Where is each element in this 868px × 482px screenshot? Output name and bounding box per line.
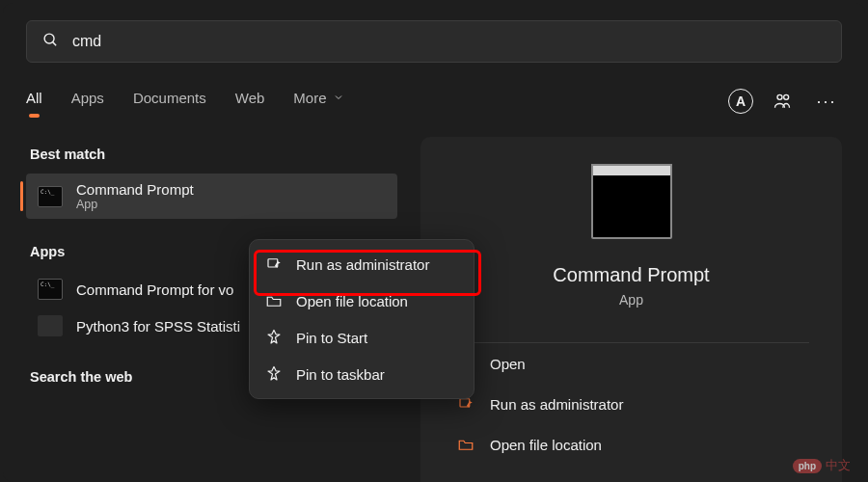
watermark: php中文 [793, 457, 851, 474]
preview-action-open[interactable]: Open [453, 343, 809, 384]
tab-more-label: More [293, 90, 326, 106]
search-bar[interactable]: cmd [26, 20, 842, 63]
watermark-pill: php [793, 459, 822, 473]
search-query-text: cmd [72, 33, 101, 50]
result-command-prompt[interactable]: Command Prompt App [26, 174, 397, 219]
preview-title: Command Prompt [553, 264, 709, 286]
watermark-text: 中文 [826, 458, 851, 472]
result-name: Python3 for SPSS Statisti [76, 318, 240, 335]
cmd-icon [38, 279, 63, 300]
preview-action-run-admin[interactable]: Run as administrator [453, 384, 809, 424]
tab-documents[interactable]: Documents [133, 90, 206, 116]
app-icon [38, 315, 63, 336]
tab-more[interactable]: More [293, 90, 343, 116]
context-run-as-admin[interactable]: Run as administrator [256, 246, 468, 282]
tab-web[interactable]: Web [235, 90, 265, 116]
context-item-label: Pin to taskbar [296, 366, 385, 383]
preview-action-label: Open [490, 356, 526, 372]
preview-action-label: Open file location [490, 437, 602, 453]
svg-line-1 [53, 41, 57, 45]
context-open-file-location[interactable]: Open file location [256, 282, 468, 319]
tab-apps[interactable]: Apps [71, 90, 104, 116]
account-button[interactable]: A [728, 89, 753, 114]
result-subtitle: App [76, 198, 194, 211]
preview-panel: Command Prompt App Open Run as administr… [420, 137, 842, 482]
org-search-button[interactable] [767, 86, 798, 117]
shield-icon [265, 255, 283, 273]
pin-icon [265, 365, 283, 383]
preview-subtitle: App [619, 292, 643, 308]
tab-all[interactable]: All [26, 90, 42, 116]
context-pin-to-taskbar[interactable]: Pin to taskbar [256, 356, 468, 392]
search-icon [42, 32, 59, 52]
context-item-label: Pin to Start [296, 330, 367, 346]
context-menu: Run as administrator Open file location … [249, 239, 475, 399]
context-pin-to-start[interactable]: Pin to Start [256, 319, 468, 356]
preview-app-icon [591, 172, 672, 239]
result-name: Command Prompt [76, 181, 194, 198]
cmd-icon [38, 186, 63, 207]
svg-point-2 [777, 94, 782, 99]
top-actions: A ··· [728, 86, 842, 117]
folder-icon [457, 436, 475, 453]
svg-point-3 [784, 94, 789, 99]
folder-icon [265, 292, 283, 309]
best-match-heading: Best match [30, 147, 397, 162]
context-item-label: Run as administrator [296, 256, 429, 273]
preview-action-label: Run as administrator [490, 396, 623, 413]
result-name: Command Prompt for vo [76, 281, 233, 298]
more-options-button[interactable]: ··· [811, 86, 842, 117]
svg-point-0 [44, 34, 54, 43]
preview-actions: Open Run as administrator Open file loca… [453, 342, 809, 465]
chevron-down-icon [333, 90, 344, 106]
preview-action-open-location[interactable]: Open file location [453, 424, 809, 465]
filter-tabs: All Apps Documents Web More A ··· [26, 90, 842, 116]
context-item-label: Open file location [296, 293, 408, 309]
pin-icon [265, 329, 283, 346]
